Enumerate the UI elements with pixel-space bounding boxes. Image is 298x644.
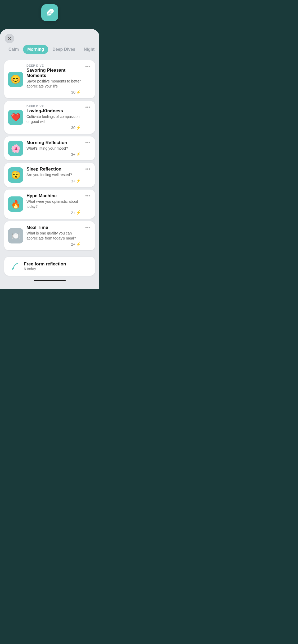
card-morning-reflection-title: Morning Reflection	[26, 140, 81, 145]
tab-calm[interactable]: Calm	[4, 45, 23, 54]
card-savoring-points: 30	[71, 90, 75, 94]
card-sleep-reflection-content: Sleep Reflection Are you feeling well re…	[26, 167, 81, 183]
card-sleep-reflection-title: Sleep Reflection	[26, 167, 81, 172]
card-loving-kindness-category: DEEP DIVE	[26, 105, 81, 108]
home-indicator	[34, 280, 66, 281]
card-loving-kindness-menu[interactable]: •••	[84, 105, 91, 110]
free-form-icon	[10, 261, 20, 272]
free-form-title: Free form reflection	[24, 261, 90, 267]
card-morning-reflection[interactable]: 🌸 Morning Reflection What's lifting your…	[4, 136, 95, 160]
quill-icon	[11, 262, 19, 270]
card-savoring[interactable]: 😊 DEEP DIVE Savoring Pleasant Moments Sa…	[4, 60, 95, 98]
lightning-icon-1: ⚡	[76, 125, 81, 130]
card-meal-time-content: Meal Time What is one quality you can ap…	[26, 225, 81, 247]
card-hype-machine-desc: What were you optimistic about today?	[26, 199, 81, 209]
card-meal-time-menu[interactable]: •••	[84, 225, 91, 231]
card-savoring-category: DEEP DIVE	[26, 64, 81, 67]
card-morning-reflection-menu[interactable]: •••	[84, 140, 91, 146]
card-hype-machine-menu[interactable]: •••	[84, 193, 91, 199]
card-hype-machine-icon: 🔥	[8, 196, 23, 212]
card-savoring-menu[interactable]: •••	[84, 64, 91, 70]
card-sleep-reflection[interactable]: 😴 Sleep Reflection Are you feeling well …	[4, 163, 95, 187]
card-loving-kindness-desc: Cultivate feelings of compassion or good…	[26, 114, 81, 124]
top-bar	[0, 0, 99, 16]
free-form-text: Free form reflection 6 today	[24, 261, 90, 271]
app-logo	[41, 4, 58, 21]
card-morning-reflection-content: Morning Reflection What's lifting your m…	[26, 140, 81, 157]
tab-night[interactable]: Night	[79, 45, 99, 54]
card-meal-time-points: 2+	[71, 242, 75, 246]
close-icon	[7, 36, 12, 41]
card-loving-kindness-content: DEEP DIVE Loving-Kindness Cultivate feel…	[26, 105, 81, 130]
card-savoring-content: DEEP DIVE Savoring Pleasant Moments Savo…	[26, 64, 81, 95]
card-loving-kindness-title: Loving-Kindness	[26, 108, 81, 114]
card-savoring-title: Savoring Pleasant Moments	[26, 68, 81, 78]
card-savoring-icon: 😊	[8, 72, 23, 87]
feather-icon	[45, 8, 55, 17]
tab-bi[interactable]: Bi	[99, 45, 99, 54]
card-morning-reflection-desc: What's lifting your mood?	[26, 146, 81, 151]
card-meal-time-title: Meal Time	[26, 225, 81, 230]
card-sleep-reflection-icon: 😴	[8, 167, 23, 183]
card-morning-reflection-icon: 🌸	[8, 141, 23, 156]
card-hype-machine-points: 2+	[71, 210, 75, 215]
card-sleep-reflection-desc: Are you feeling well rested?	[26, 172, 81, 177]
tab-morning[interactable]: Morning	[23, 45, 48, 54]
card-sleep-reflection-menu[interactable]: •••	[84, 167, 91, 172]
card-hype-machine[interactable]: 🔥 Hype Machine What were you optimistic …	[4, 190, 95, 219]
lightning-icon-5: ⚡	[76, 242, 81, 247]
card-hype-machine-content: Hype Machine What were you optimistic ab…	[26, 193, 81, 215]
card-savoring-desc: Savor positive moments to better appreci…	[26, 79, 81, 89]
lightning-icon-4: ⚡	[76, 210, 81, 215]
card-hype-machine-title: Hype Machine	[26, 193, 81, 199]
lightning-icon-2: ⚡	[76, 152, 81, 157]
tab-deep-dives[interactable]: Deep Dives	[48, 45, 79, 54]
free-form-subtitle: 6 today	[24, 267, 90, 271]
close-button[interactable]	[5, 34, 14, 43]
free-form-card[interactable]: Free form reflection 6 today	[4, 257, 95, 276]
main-sheet: Calm Morning Deep Dives Night Bi 😊 DEEP …	[0, 29, 99, 289]
card-meal-time-desc: What is one quality you can appreciate f…	[26, 231, 81, 241]
card-meal-time-icon: 🍽️	[8, 228, 23, 243]
card-sleep-reflection-points: 3+	[71, 179, 75, 183]
card-loving-kindness[interactable]: ❤️ DEEP DIVE Loving-Kindness Cultivate f…	[4, 101, 95, 134]
lightning-icon-0: ⚡	[76, 90, 81, 95]
tabs-row: Calm Morning Deep Dives Night Bi	[0, 29, 99, 58]
cards-container: 😊 DEEP DIVE Savoring Pleasant Moments Sa…	[0, 58, 99, 255]
lightning-icon-3: ⚡	[76, 178, 81, 183]
card-meal-time[interactable]: 🍽️ Meal Time What is one quality you can…	[4, 221, 95, 250]
card-loving-kindness-points: 30	[71, 125, 75, 130]
card-loving-kindness-icon: ❤️	[8, 110, 23, 125]
card-morning-reflection-points: 3+	[71, 152, 75, 157]
